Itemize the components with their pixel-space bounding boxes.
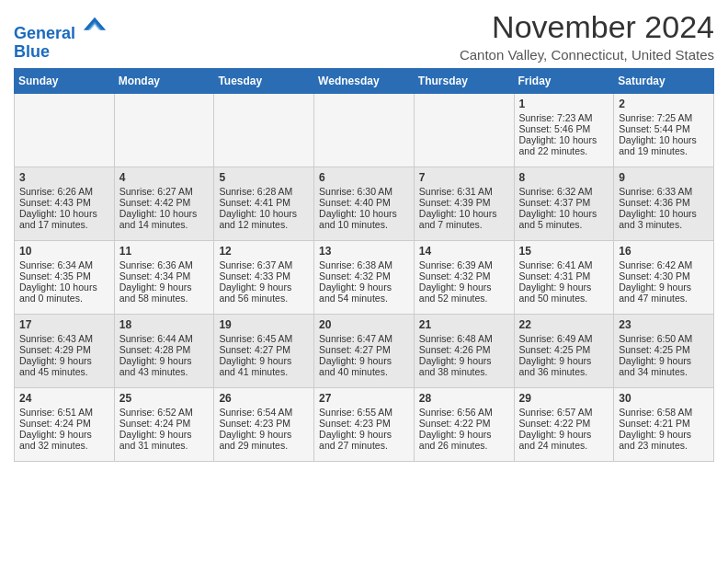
day-info-line: Sunrise: 6:32 AM xyxy=(519,186,609,197)
day-info-line: Sunset: 4:32 PM xyxy=(319,270,409,282)
day-info-line: Sunrise: 6:36 AM xyxy=(119,259,210,270)
day-info-line: Daylight: 9 hours and 26 minutes. xyxy=(419,429,509,451)
day-info-line: Daylight: 9 hours and 24 minutes. xyxy=(519,429,609,451)
day-info-line: Daylight: 10 hours and 12 minutes. xyxy=(219,208,309,230)
day-info-line: Sunset: 4:39 PM xyxy=(419,197,509,208)
day-number: 27 xyxy=(319,392,409,405)
day-info-line: Daylight: 9 hours and 56 minutes. xyxy=(219,282,309,304)
day-number: 1 xyxy=(519,98,609,110)
day-number: 29 xyxy=(519,392,609,405)
day-number: 4 xyxy=(119,171,210,184)
day-info-line: Daylight: 9 hours and 52 minutes. xyxy=(419,282,509,304)
day-info-line: Daylight: 10 hours and 22 minutes. xyxy=(519,134,609,156)
empty-cell xyxy=(314,94,415,167)
weekday-header-thursday: Thursday xyxy=(414,69,514,94)
day-number: 19 xyxy=(219,318,309,331)
day-info-line: Sunset: 4:25 PM xyxy=(519,344,609,355)
day-number: 13 xyxy=(319,245,409,258)
day-info-line: Sunrise: 6:49 AM xyxy=(519,333,609,344)
calendar-day-14: 14Sunrise: 6:39 AMSunset: 4:32 PMDayligh… xyxy=(414,241,514,315)
day-info-line: Sunrise: 6:42 AM xyxy=(619,259,709,270)
day-info-line: Sunset: 4:22 PM xyxy=(419,418,509,429)
calendar-day-10: 10Sunrise: 6:34 AMSunset: 4:35 PMDayligh… xyxy=(15,241,115,315)
day-number: 28 xyxy=(419,392,509,405)
day-number: 10 xyxy=(19,245,109,258)
calendar-day-13: 13Sunrise: 6:38 AMSunset: 4:32 PMDayligh… xyxy=(314,241,415,315)
logo-text: General xyxy=(14,13,108,43)
day-number: 16 xyxy=(619,245,709,258)
calendar-week-4: 17Sunrise: 6:43 AMSunset: 4:29 PMDayligh… xyxy=(15,315,714,388)
day-info-line: Sunset: 4:22 PM xyxy=(519,418,609,429)
day-number: 15 xyxy=(519,245,609,258)
day-info-line: Sunrise: 7:25 AM xyxy=(619,112,709,123)
page-header: General Blue November 2024 Canton Valley… xyxy=(14,9,714,63)
calendar-day-11: 11Sunrise: 6:36 AMSunset: 4:34 PMDayligh… xyxy=(114,241,214,315)
empty-cell xyxy=(414,94,514,167)
day-info-line: Sunrise: 6:30 AM xyxy=(319,186,409,197)
day-number: 26 xyxy=(219,392,309,405)
day-info-line: Sunrise: 6:50 AM xyxy=(619,333,709,344)
day-info-line: Sunset: 4:23 PM xyxy=(319,418,409,429)
day-number: 6 xyxy=(319,171,409,184)
calendar-day-12: 12Sunrise: 6:37 AMSunset: 4:33 PMDayligh… xyxy=(214,241,314,315)
day-info-line: Sunrise: 6:51 AM xyxy=(19,407,109,418)
calendar-day-30: 30Sunrise: 6:58 AMSunset: 4:21 PMDayligh… xyxy=(614,388,714,462)
day-info-line: Sunset: 4:42 PM xyxy=(119,197,210,208)
calendar-day-19: 19Sunrise: 6:45 AMSunset: 4:27 PMDayligh… xyxy=(214,315,314,388)
day-info-line: Daylight: 9 hours and 31 minutes. xyxy=(119,429,210,451)
calendar-day-6: 6Sunrise: 6:30 AMSunset: 4:40 PMDaylight… xyxy=(314,167,415,241)
day-info-line: Daylight: 9 hours and 47 minutes. xyxy=(619,282,709,304)
empty-cell xyxy=(214,94,314,167)
day-info-line: Sunrise: 6:45 AM xyxy=(219,333,309,344)
day-info-line: Daylight: 9 hours and 58 minutes. xyxy=(119,282,210,304)
day-number: 9 xyxy=(619,171,709,184)
calendar-day-29: 29Sunrise: 6:57 AMSunset: 4:22 PMDayligh… xyxy=(514,388,614,462)
day-info-line: Sunset: 4:36 PM xyxy=(619,197,709,208)
calendar-day-21: 21Sunrise: 6:48 AMSunset: 4:26 PMDayligh… xyxy=(414,315,514,388)
day-number: 20 xyxy=(319,318,409,331)
day-info-line: Sunrise: 6:52 AM xyxy=(119,407,210,418)
calendar-day-17: 17Sunrise: 6:43 AMSunset: 4:29 PMDayligh… xyxy=(15,315,115,388)
calendar-day-28: 28Sunrise: 6:56 AMSunset: 4:22 PMDayligh… xyxy=(414,388,514,462)
weekday-header-monday: Monday xyxy=(114,69,214,94)
day-info-line: Sunset: 4:23 PM xyxy=(219,418,309,429)
day-info-line: Sunset: 4:24 PM xyxy=(19,418,109,429)
day-info-line: Daylight: 9 hours and 23 minutes. xyxy=(619,429,709,451)
day-info-line: Sunrise: 6:26 AM xyxy=(19,186,109,197)
day-info-line: Daylight: 10 hours and 10 minutes. xyxy=(319,208,409,230)
calendar-week-5: 24Sunrise: 6:51 AMSunset: 4:24 PMDayligh… xyxy=(15,388,714,462)
day-info-line: Sunrise: 6:56 AM xyxy=(419,407,509,418)
day-info-line: Daylight: 9 hours and 36 minutes. xyxy=(519,355,609,377)
logo: General Blue xyxy=(14,13,108,62)
day-info-line: Daylight: 9 hours and 41 minutes. xyxy=(219,355,309,377)
day-info-line: Sunrise: 6:27 AM xyxy=(119,186,210,197)
weekday-header-tuesday: Tuesday xyxy=(214,69,314,94)
day-info-line: Sunrise: 6:28 AM xyxy=(219,186,309,197)
day-number: 12 xyxy=(219,245,309,258)
calendar-day-16: 16Sunrise: 6:42 AMSunset: 4:30 PMDayligh… xyxy=(614,241,714,315)
day-info-line: Sunrise: 6:37 AM xyxy=(219,259,309,270)
day-number: 14 xyxy=(419,245,509,258)
day-number: 25 xyxy=(119,392,210,405)
day-number: 18 xyxy=(119,318,210,331)
day-number: 7 xyxy=(419,171,509,184)
calendar-table: SundayMondayTuesdayWednesdayThursdayFrid… xyxy=(14,68,714,462)
day-info-line: Daylight: 9 hours and 27 minutes. xyxy=(319,429,409,451)
day-number: 22 xyxy=(519,318,609,331)
calendar-day-8: 8Sunrise: 6:32 AMSunset: 4:37 PMDaylight… xyxy=(514,167,614,241)
calendar-day-20: 20Sunrise: 6:47 AMSunset: 4:27 PMDayligh… xyxy=(314,315,415,388)
calendar-day-3: 3Sunrise: 6:26 AMSunset: 4:43 PMDaylight… xyxy=(15,167,115,241)
day-info-line: Sunset: 4:41 PM xyxy=(219,197,309,208)
calendar-day-1: 1Sunrise: 7:23 AMSunset: 5:46 PMDaylight… xyxy=(514,94,614,167)
day-info-line: Daylight: 9 hours and 45 minutes. xyxy=(19,355,109,377)
weekday-header-sunday: Sunday xyxy=(15,69,115,94)
calendar-day-26: 26Sunrise: 6:54 AMSunset: 4:23 PMDayligh… xyxy=(214,388,314,462)
day-info-line: Sunset: 4:24 PM xyxy=(119,418,210,429)
location-text: Canton Valley, Connecticut, United State… xyxy=(460,47,714,63)
day-info-line: Sunset: 5:44 PM xyxy=(619,123,709,134)
month-title: November 2024 xyxy=(460,9,714,45)
day-info-line: Daylight: 9 hours and 34 minutes. xyxy=(619,355,709,377)
day-info-line: Sunset: 4:30 PM xyxy=(619,270,709,282)
calendar-day-4: 4Sunrise: 6:27 AMSunset: 4:42 PMDaylight… xyxy=(114,167,214,241)
day-info-line: Daylight: 10 hours and 5 minutes. xyxy=(519,208,609,230)
